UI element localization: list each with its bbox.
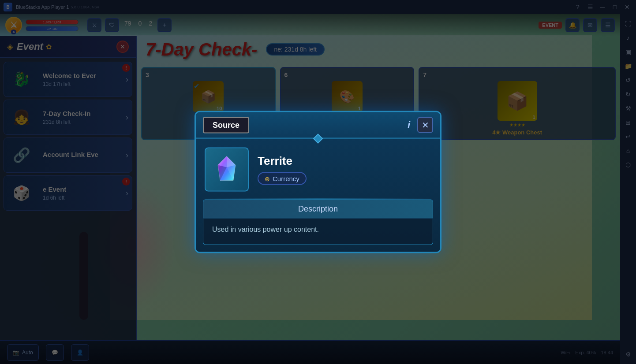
item-name: Territe	[258, 154, 431, 168]
diamond-divider	[196, 135, 440, 142]
diamond-icon	[313, 134, 323, 144]
item-details: Territe ⊛ Currency	[258, 154, 431, 185]
info-button[interactable]: i	[408, 119, 410, 131]
description-section: Description Used in various power up con…	[196, 200, 440, 252]
crystal-svg	[213, 154, 240, 185]
source-tab[interactable]: Source	[203, 117, 249, 133]
currency-icon: ⊛	[265, 175, 270, 182]
description-header: Description	[203, 200, 433, 219]
source-modal: Source i ✕	[195, 111, 441, 253]
description-body: Used in various power up content.	[203, 219, 433, 245]
item-type-badge: ⊛ Currency	[258, 172, 307, 185]
modal-close-button[interactable]: ✕	[417, 117, 433, 133]
item-icon-box	[205, 148, 249, 192]
item-type-label: Currency	[273, 175, 299, 182]
item-section: Territe ⊛ Currency	[196, 139, 440, 199]
